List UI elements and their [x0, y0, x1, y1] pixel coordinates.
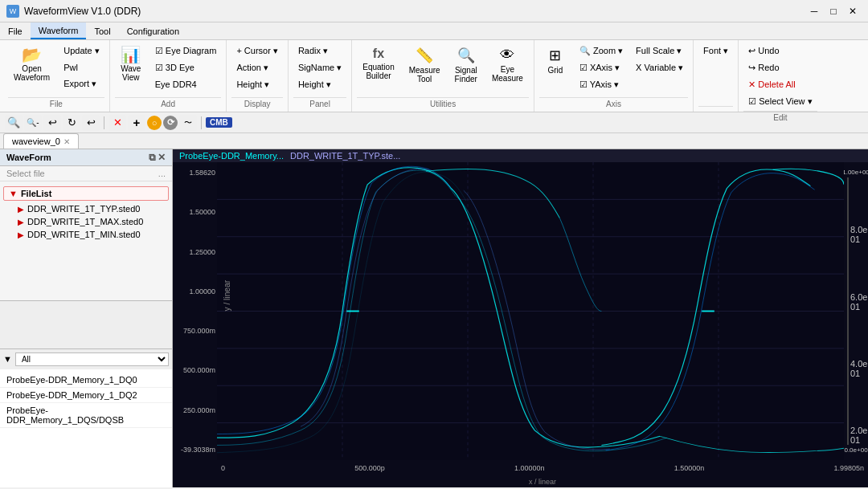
- file-list-header[interactable]: ▼ FileList: [3, 186, 169, 201]
- redo-tool-button[interactable]: ↻: [63, 115, 80, 131]
- eye-diagram-button[interactable]: ☑ Eye Diagram: [150, 43, 222, 59]
- full-scale-button[interactable]: Full Scale ▾: [631, 43, 688, 59]
- update-button[interactable]: Update ▾: [59, 43, 104, 59]
- plot-canvas[interactable]: y / linear: [217, 162, 844, 460]
- tab-waveview-0[interactable]: waveview_0 ✕: [3, 133, 79, 149]
- display-group-label: Display: [231, 97, 283, 110]
- equation-builder-button[interactable]: fx EquationBuilder: [357, 43, 399, 84]
- signal-finder-icon: 🔍: [457, 47, 475, 64]
- select-view-button[interactable]: ☑ Select View ▾: [743, 94, 817, 109]
- grid-button[interactable]: ⊞ Grid: [539, 43, 571, 78]
- signal-finder-button[interactable]: 🔍 SignalFinder: [449, 43, 483, 87]
- minimize-button[interactable]: ─: [805, 4, 823, 18]
- measure-tool-icon: 📏: [416, 47, 433, 64]
- x-labels: 0 500.000p 1.00000n 1.50000n 1.99805n: [217, 464, 868, 472]
- toolbar-separator-1: [104, 116, 104, 129]
- toolbar-separator-2: [201, 116, 202, 129]
- axis-col: 🔍 Zoom ▾ ☑ XAxis ▾ ☑ YAxis ▾: [575, 43, 628, 92]
- action-button[interactable]: Action ▾: [231, 60, 283, 75]
- left-panel: WaveForm ⧉ ✕ Select file ... ▼ FileList …: [0, 149, 173, 487]
- colorbar-labels: 8.0e-01 6.0e-01 4.0e-01 2.0e-01: [850, 177, 868, 445]
- height-panel-button[interactable]: Height ▾: [293, 77, 346, 92]
- cb-label-4: 4.0e-01: [850, 359, 868, 378]
- back-tool-button[interactable]: ↩: [82, 115, 100, 131]
- wave-tool-button[interactable]: 〜: [179, 115, 197, 131]
- close-button[interactable]: ✕: [844, 4, 862, 18]
- app-icon: W: [6, 5, 19, 18]
- open-waveform-button[interactable]: 📂 OpenWaveform: [8, 43, 55, 85]
- refresh-tool[interactable]: ⟳: [163, 116, 178, 130]
- x-axis-row: 0 500.000p 1.00000n 1.50000n 1.99805n: [173, 460, 868, 476]
- ribbon-panel-content: Radix ▾ SigName ▾ Height ▾: [293, 42, 346, 97]
- file-item-0-name: DDR_WRITE_1T_TYP.sted0: [27, 204, 140, 214]
- menu-file[interactable]: File: [0, 22, 31, 39]
- filter-select[interactable]: All: [15, 352, 169, 366]
- yaxis-button[interactable]: ☑ YAxis ▾: [575, 77, 628, 92]
- menu-configuration[interactable]: Configuration: [119, 22, 187, 39]
- add-tool-button[interactable]: +: [128, 115, 145, 131]
- cmb-button[interactable]: CMB: [206, 117, 232, 128]
- ribbon-group-edit: ↩ Undo ↪ Redo ✕ Delete All ☑ Select View…: [739, 40, 821, 112]
- measure-tool-button[interactable]: 📏 MeasureTool: [403, 43, 446, 87]
- menu-waveform[interactable]: Waveform: [31, 22, 87, 39]
- utilities-group-label: Utilities: [357, 97, 529, 110]
- signal-item-0[interactable]: ProbeEye-DDR_Memory_1_DQ0: [0, 373, 172, 388]
- panel-col: Radix ▾ SigName ▾ Height ▾: [293, 43, 346, 92]
- signal-list: ProbeEye-DDR_Memory_1_DQ0 ProbeEye-DDR_M…: [0, 369, 172, 488]
- eye-measure-button[interactable]: 👁 EyeMeasure: [486, 43, 529, 86]
- xaxis-button[interactable]: ☑ XAxis ▾: [575, 60, 628, 75]
- zoom-in-button[interactable]: 🔍: [5, 115, 23, 131]
- undo-tool-button[interactable]: ↩: [43, 115, 61, 131]
- select-file-menu[interactable]: ...: [158, 169, 166, 178]
- signal-item-2-label: ProbeEye-DDR_Memory_1_DQS/DQSB: [6, 405, 124, 425]
- menu-tool[interactable]: Tool: [86, 22, 118, 39]
- ribbon-group-axis: ⊞ Grid 🔍 Zoom ▾ ☑ XAxis ▾ ☑ YAxis ▾ Full…: [534, 40, 694, 112]
- tab-strip: waveview_0 ✕: [0, 133, 868, 149]
- ribbon-group-panel: Radix ▾ SigName ▾ Height ▾ Panel: [289, 40, 352, 112]
- plot-header: ProbeEye-DDR_Memory... DDR_WRITE_1T_TYP.…: [173, 149, 868, 162]
- radix-button[interactable]: Radix ▾: [293, 43, 346, 59]
- open-waveform-icon: 📂: [22, 47, 42, 63]
- file-item-1[interactable]: ▶ DDR_WRITE_1T_MAX.sted0: [0, 215, 172, 228]
- maximize-button[interactable]: □: [825, 4, 842, 18]
- tab-label: waveview_0: [12, 137, 60, 146]
- pwl-button[interactable]: Pwl: [59, 60, 104, 75]
- zoom-out-button[interactable]: 🔍-: [24, 115, 42, 131]
- ribbon-group-display: + Cursor ▾ Action ▾ Height ▾ Display: [227, 40, 289, 112]
- display-col: + Cursor ▾ Action ▾ Height ▾: [231, 43, 283, 92]
- eye-ddr4-button[interactable]: Eye DDR4: [150, 77, 222, 92]
- waveform-svg: y / linear: [217, 162, 844, 460]
- plot-container[interactable]: 1.58620 1.50000 1.25000 1.00000 750.000m…: [173, 162, 868, 460]
- y-axis: 1.58620 1.50000 1.25000 1.00000 750.000m…: [173, 162, 217, 460]
- redo-button[interactable]: ↪ Redo: [743, 60, 817, 75]
- delete-all-button[interactable]: ✕ Delete All: [743, 77, 817, 92]
- wave-view-button[interactable]: 📊 WaveView: [115, 43, 147, 85]
- cursor-button[interactable]: + Cursor ▾: [231, 43, 283, 59]
- y-label-0: 1.58620: [189, 169, 215, 177]
- panel-group-label: Panel: [293, 97, 346, 110]
- 3d-eye-button[interactable]: ☑ 3D Eye: [150, 60, 222, 75]
- export-button[interactable]: Export ▾: [59, 76, 104, 92]
- titlebar: W WaveformView V1.0 (DDR) ─ □ ✕: [0, 0, 868, 22]
- colorbar: 1.00e+00 8.0e-01 6.0e-01 4.0e-01 2.0e-01…: [844, 162, 868, 460]
- eye-measure-icon: 👁: [500, 47, 514, 63]
- file-item-0[interactable]: ▶ DDR_WRITE_1T_TYP.sted0: [0, 202, 172, 215]
- ribbon-utilities-content: fx EquationBuilder 📏 MeasureTool 🔍 Signa…: [357, 42, 529, 97]
- signal-item-1[interactable]: ProbeEye-DDR_Memory_1_DQ2: [0, 388, 172, 403]
- panel-float-button[interactable]: ⧉: [149, 152, 156, 163]
- circle-tool[interactable]: ○: [147, 116, 162, 130]
- colorbar-label-bottom: 0.0e+00: [844, 446, 867, 454]
- signame-button[interactable]: SigName ▾: [293, 60, 346, 75]
- signal-item-2[interactable]: ProbeEye-DDR_Memory_1_DQS/DQSB: [0, 403, 172, 428]
- zoom-button[interactable]: 🔍 Zoom ▾: [575, 43, 628, 59]
- height-button[interactable]: Height ▾: [231, 77, 283, 92]
- file-item-2[interactable]: ▶ DDR_WRITE_1T_MIN.sted0: [0, 228, 172, 241]
- cancel-button[interactable]: ✕: [108, 115, 126, 131]
- tab-close-icon[interactable]: ✕: [63, 137, 70, 146]
- titlebar-controls: ─ □ ✕: [805, 4, 862, 18]
- undo-button[interactable]: ↩ Undo: [743, 43, 817, 59]
- panel-close-button[interactable]: ✕: [158, 152, 166, 163]
- x-variable-button[interactable]: X Variable ▾: [631, 60, 688, 75]
- font-button[interactable]: Font ▾: [698, 43, 733, 59]
- plot-header-probe: ProbeEye-DDR_Memory...: [179, 151, 284, 161]
